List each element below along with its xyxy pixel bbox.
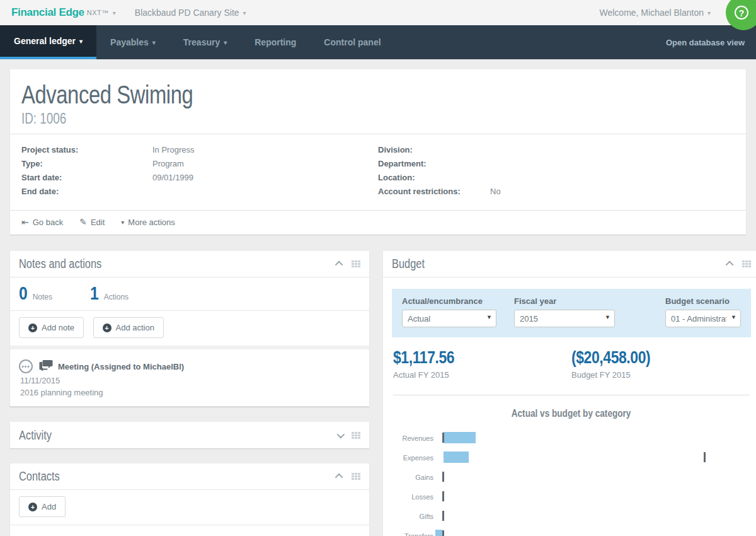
open-database-view-link[interactable]: Open database view	[655, 25, 756, 59]
chart-category-label: Revenues	[392, 434, 437, 442]
action-item-title: Meeting (Assigned to MichaelBl)	[58, 362, 184, 371]
budget-marker-tick	[442, 433, 444, 443]
notes-count: 0	[19, 283, 28, 304]
actual-amount: $1,117.56	[393, 347, 454, 368]
field-label: Division:	[378, 144, 490, 156]
notes-count-stat[interactable]: 0 Notes	[19, 283, 52, 304]
notes-count-label: Notes	[33, 293, 52, 301]
filter-label: Actual/encumbrance	[402, 296, 496, 306]
budget-marker-tick	[442, 530, 444, 536]
nav-tab-treasury[interactable]: Treasury ▾	[169, 25, 241, 59]
collapse-chevron-icon[interactable]	[726, 261, 734, 269]
nav-tab-control-panel[interactable]: Control panel	[310, 25, 394, 59]
chart-plot-area	[437, 428, 752, 448]
chart-category-label: Gifts	[392, 513, 437, 520]
more-actions-label: More actions	[128, 218, 175, 227]
field-label: Project status:	[21, 144, 152, 156]
chart-row: Losses	[392, 487, 752, 506]
chart-plot-area	[437, 506, 752, 526]
app-logo-suffix: NXT™	[87, 9, 109, 16]
contacts-panel: Contacts + Add Ms. Tracy Lewis Pres	[10, 463, 369, 536]
drag-grid-icon[interactable]	[352, 432, 360, 439]
panel-title: Contacts	[19, 469, 60, 484]
actions-count: 1	[90, 283, 99, 304]
budget-scenario-select[interactable]: 01 - Administration	[665, 310, 741, 327]
notes-and-actions-panel: Notes and actions 0 Notes 1 Actions	[10, 251, 369, 407]
actual-bar	[444, 452, 469, 463]
add-contact-button[interactable]: + Add	[19, 496, 66, 517]
go-back-label: Go back	[33, 218, 63, 227]
more-actions-button[interactable]: ▾ More actions	[121, 218, 175, 227]
chart-row: Expenses	[392, 448, 752, 467]
page-title: Advanced Swiming	[21, 81, 193, 109]
edit-button[interactable]: ✎ Edit	[79, 217, 105, 227]
record-toolbar: ⇤ Go back ✎ Edit ▾ More actions	[21, 211, 735, 235]
chevron-down-icon: ▾	[707, 9, 711, 16]
plus-icon: +	[28, 323, 37, 332]
actions-count-label: Actions	[104, 293, 129, 301]
field-label: Department:	[378, 158, 490, 170]
caret-down-icon: ▾	[79, 38, 83, 45]
nav-tab-reporting[interactable]: Reporting	[241, 25, 310, 59]
chevron-down-icon[interactable]: ▾	[113, 9, 116, 16]
drag-grid-icon[interactable]	[352, 473, 360, 480]
chart-plot-area	[437, 467, 752, 487]
field-label: Start date:	[21, 172, 152, 184]
nav-tab-payables[interactable]: Payables ▾	[96, 25, 169, 59]
activity-panel: Activity	[10, 422, 369, 448]
field-value: No	[490, 186, 501, 197]
actions-count-stat[interactable]: 1 Actions	[90, 283, 129, 304]
caret-down-icon: ▾	[224, 39, 227, 46]
project-header-card: Advanced Swiming ID: 1006 Project status…	[10, 69, 746, 235]
fiscal-year-select[interactable]: 2015	[514, 310, 615, 327]
action-item-description: 2016 planning meeting	[20, 388, 360, 397]
divider	[393, 395, 750, 395]
chart-category-label: Gains	[392, 474, 437, 481]
collapse-chevron-icon[interactable]	[335, 474, 343, 482]
contact-list-item[interactable]: Ms. Tracy Lewis President/CEO Business (…	[10, 525, 369, 536]
field-label: End date:	[21, 186, 152, 197]
chart-category-label: Losses	[392, 493, 437, 501]
add-note-button[interactable]: + Add note	[19, 317, 84, 338]
action-item-date: 11/11/2015	[20, 376, 360, 385]
budget-panel: Budget Actual/encumbrance Actual	[383, 251, 756, 536]
nav-tab-general-ledger[interactable]: General ledger ▾	[0, 25, 96, 59]
go-back-button[interactable]: ⇤ Go back	[21, 217, 63, 227]
site-name: Blackbaud PD Canary Site	[135, 8, 239, 18]
pencil-icon: ✎	[79, 217, 87, 227]
edit-label: Edit	[91, 218, 105, 227]
more-options-icon[interactable]: •••	[19, 359, 33, 373]
meeting-chat-icon	[39, 359, 53, 373]
field-label: Type:	[21, 158, 152, 170]
filter-label: Fiscal year	[514, 296, 615, 306]
chart-plot-area	[437, 487, 752, 506]
chart-row: Revenues	[392, 428, 752, 448]
budget-marker-tick	[442, 491, 444, 501]
action-list-item[interactable]: ••• Meeting (Assigned to MichaelBl) 11/1…	[10, 349, 369, 407]
plus-icon: +	[28, 503, 37, 511]
panel-title: Notes and actions	[19, 257, 101, 271]
budget-amount-caption: Budget FY 2015	[571, 370, 750, 380]
budget-filter-bar: Actual/encumbrance Actual Fiscal year 20…	[392, 289, 751, 337]
budget-marker-tick	[704, 452, 706, 462]
actual-encumbrance-select[interactable]: Actual	[402, 310, 496, 327]
chevron-down-icon: ▾	[243, 9, 246, 16]
drag-grid-icon[interactable]	[352, 260, 360, 267]
actual-bar	[435, 530, 442, 536]
site-selector[interactable]: Blackbaud PD Canary Site ▾	[135, 8, 246, 18]
actual-amount-caption: Actual FY 2015	[393, 370, 571, 380]
nav-tab-label: Payables	[110, 37, 149, 47]
plus-icon: +	[103, 323, 112, 332]
drag-grid-icon[interactable]	[742, 260, 751, 267]
user-menu[interactable]: Welcome, Michael Blanton ▾	[599, 8, 745, 18]
chart-row: Gains	[392, 467, 752, 487]
nav-tab-label: General ledger	[14, 36, 76, 46]
collapse-chevron-icon[interactable]	[335, 261, 343, 269]
actual-bar	[444, 432, 476, 443]
field-label: Location:	[378, 172, 490, 184]
go-back-icon: ⇤	[21, 217, 29, 227]
add-action-button[interactable]: + Add action	[93, 317, 164, 338]
expand-chevron-icon[interactable]	[337, 430, 345, 438]
app-logo[interactable]: Financial Edge	[11, 6, 84, 19]
budget-marker-tick	[442, 472, 444, 482]
